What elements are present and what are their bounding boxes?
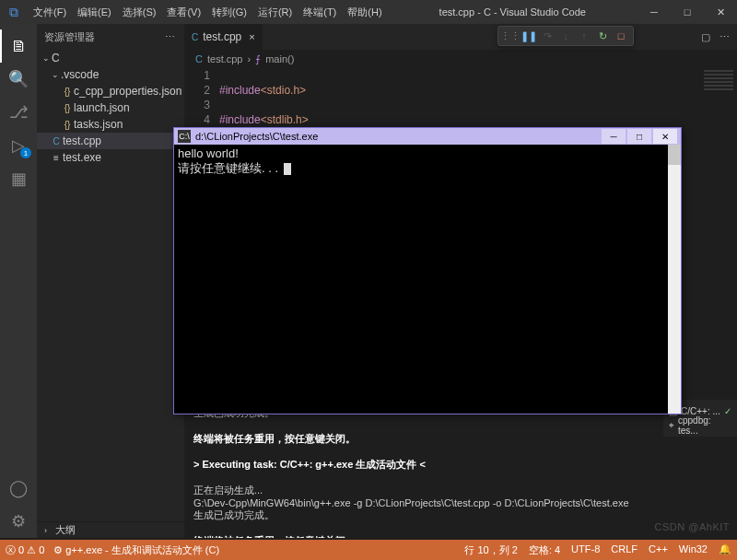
stop-icon[interactable]: □ — [612, 27, 630, 45]
sidebar-title: 资源管理器 — [44, 30, 95, 44]
minimize-icon[interactable]: ─ — [638, 0, 671, 24]
terminal-line: > Executing task: C/C++: g++.exe 生成活动文件 … — [193, 458, 728, 472]
status-encoding[interactable]: UTF-8 — [571, 543, 600, 557]
console-minimize-icon[interactable]: ─ — [602, 129, 626, 144]
tree-file-testcpp[interactable]: Ctest.cpp — [37, 133, 184, 149]
menu-edit[interactable]: 编辑(E) — [72, 6, 117, 19]
tree-folder-vscode[interactable]: ⌄.vscode — [37, 66, 184, 83]
tree-root[interactable]: ⌄C — [37, 50, 184, 66]
tree-file-properties[interactable]: {}c_cpp_properties.json — [37, 83, 184, 99]
terminal-panel[interactable]: ^ ✕ 生成已成功完成。 终端将被任务重用，按任意键关闭。 > Executin… — [184, 400, 737, 538]
tab-close-icon[interactable]: × — [249, 31, 254, 42]
drag-grip-icon[interactable]: ⋮⋮ — [501, 27, 520, 45]
menu-terminal[interactable]: 终端(T) — [298, 6, 342, 19]
tab-bar: C test.cpp × ▢ ⋯ — [184, 24, 737, 50]
status-spaces[interactable]: 空格: 4 — [529, 543, 560, 557]
console-maximize-icon[interactable]: □ — [627, 129, 651, 144]
vscode-logo-icon: ⧉ — [0, 5, 28, 20]
titlebar: ⧉ 文件(F) 编辑(E) 选择(S) 查看(V) 转到(G) 运行(R) 终端… — [0, 0, 737, 24]
run-debug-icon[interactable]: ▷1 — [0, 129, 37, 162]
breadcrumb-file: test.cpp — [207, 53, 243, 64]
tab-label: test.cpp — [203, 30, 241, 43]
source-control-icon[interactable]: ⎇ — [0, 96, 37, 129]
outline-section[interactable]: › 大纲 — [37, 521, 184, 538]
menu-file[interactable]: 文件(F) — [28, 6, 72, 19]
terminal-line: 终端将被任务重用，按任意键关闭。 — [193, 432, 728, 446]
terminal-line: 正在启动生成... — [193, 484, 728, 497]
menu-run[interactable]: 运行(R) — [252, 6, 298, 19]
window-title: test.cpp - C - Visual Studio Code — [388, 6, 638, 18]
step-into-icon[interactable]: ↓ — [556, 27, 575, 45]
menu-help[interactable]: 帮助(H) — [342, 6, 387, 19]
console-output: hello world! 请按任意键继续. . . — [174, 145, 681, 178]
breadcrumb-file-icon: C — [195, 53, 203, 64]
extensions-icon[interactable]: ▦ — [0, 162, 37, 195]
console-app-icon: C:\ — [178, 130, 191, 143]
breadcrumb-symbol-icon: ⨍ — [255, 53, 261, 65]
cpp-file-icon: C — [192, 32, 198, 42]
activity-bar: 🗎 🔍 ⎇ ▷1 ▦ ◯ ⚙ — [0, 24, 37, 538]
console-scrollbar[interactable] — [668, 145, 681, 414]
split-editor-icon[interactable]: ▢ — [701, 31, 710, 43]
sidebar-explorer: 资源管理器 ⋯ ⌄C ⌄.vscode {}c_cpp_properties.j… — [37, 24, 184, 538]
terminal-line: G:\Dev-Cpp\MinGW64\bin\g++.exe -g D:\CLi… — [193, 497, 728, 508]
explorer-icon[interactable]: 🗎 — [0, 29, 37, 63]
terminal-line: 生成已成功完成。 — [193, 508, 728, 522]
status-eol[interactable]: CRLF — [611, 543, 638, 557]
window-controls: ─ □ ✕ — [638, 0, 737, 24]
step-out-icon[interactable]: ↑ — [575, 27, 593, 45]
tree-file-tasks[interactable]: {}tasks.json — [37, 116, 184, 133]
menu-view[interactable]: 查看(V) — [161, 6, 206, 19]
gear-icon: ⚙ — [53, 544, 63, 556]
check-icon: ✓ — [724, 406, 731, 416]
status-language[interactable]: C++ — [649, 543, 668, 557]
pause-icon[interactable]: ❚❚ — [520, 27, 538, 45]
status-bar: ⓧ0⚠0 ⚙g++.exe - 生成和调试活动文件 (C) 行 10，列 2 空… — [0, 540, 737, 560]
cursor-icon — [284, 163, 291, 175]
breadcrumb-symbol: main() — [265, 53, 294, 64]
status-errors[interactable]: ⓧ0⚠0 — [6, 543, 44, 557]
console-window[interactable]: C:\ d:\CLionProjects\C\test.exe ─ □ ✕ he… — [173, 127, 682, 414]
bug-icon: ⌖ — [669, 420, 674, 431]
maximize-icon[interactable]: □ — [671, 0, 704, 24]
outline-label: 大纲 — [55, 523, 76, 537]
scrollbar-thumb[interactable] — [668, 145, 681, 165]
watermark: CSDN @AhKIT — [655, 521, 730, 532]
debug-badge: 1 — [20, 147, 31, 158]
menu-goto[interactable]: 转到(G) — [206, 6, 252, 19]
sidebar-more-icon[interactable]: ⋯ — [165, 31, 177, 43]
restart-icon[interactable]: ↻ — [593, 27, 612, 45]
warning-icon: ⚠ — [27, 544, 36, 556]
menu-select[interactable]: 选择(S) — [117, 6, 162, 19]
debug-toolbar[interactable]: ⋮⋮ ❚❚ ↷ ↓ ↑ ↻ □ — [497, 26, 634, 46]
console-titlebar[interactable]: C:\ d:\CLionProjects\C\test.exe ─ □ ✕ — [174, 128, 681, 145]
close-icon[interactable]: ✕ — [704, 0, 737, 24]
error-icon: ⓧ — [6, 543, 16, 557]
chevron-right-icon: › — [44, 526, 55, 535]
tree-file-launch[interactable]: {}launch.json — [37, 99, 184, 116]
minimap[interactable] — [700, 68, 737, 142]
status-platform[interactable]: Win32 — [679, 543, 708, 557]
status-build-task[interactable]: ⚙g++.exe - 生成和调试活动文件 (C) — [53, 543, 219, 557]
console-close-icon[interactable]: ✕ — [653, 129, 677, 144]
chevron-right-icon: › — [247, 53, 251, 64]
search-icon[interactable]: 🔍 — [0, 63, 37, 96]
status-bell-icon[interactable]: 🔔 — [719, 543, 731, 557]
tab-more-icon[interactable]: ⋯ — [719, 31, 730, 43]
settings-gear-icon[interactable]: ⚙ — [0, 505, 37, 538]
terminal-tab-debug[interactable]: ⌖cppdbg: tes... — [669, 418, 731, 433]
console-title: d:\CLionProjects\C\test.exe — [195, 131, 318, 142]
tree-file-testexe[interactable]: ≡test.exe — [37, 149, 184, 166]
breadcrumb[interactable]: C test.cpp › ⨍ main() — [184, 50, 737, 68]
account-icon[interactable]: ◯ — [0, 472, 37, 505]
step-over-icon[interactable]: ↷ — [538, 27, 556, 45]
tab-testcpp[interactable]: C test.cpp × — [184, 24, 263, 50]
menubar: 文件(F) 编辑(E) 选择(S) 查看(V) 转到(G) 运行(R) 终端(T… — [28, 6, 388, 19]
status-cursor-pos[interactable]: 行 10，列 2 — [464, 543, 517, 557]
file-tree: ⌄C ⌄.vscode {}c_cpp_properties.json {}la… — [37, 50, 184, 166]
terminal-line: 终端将被任务重用，按任意键关闭。 — [193, 534, 728, 538]
